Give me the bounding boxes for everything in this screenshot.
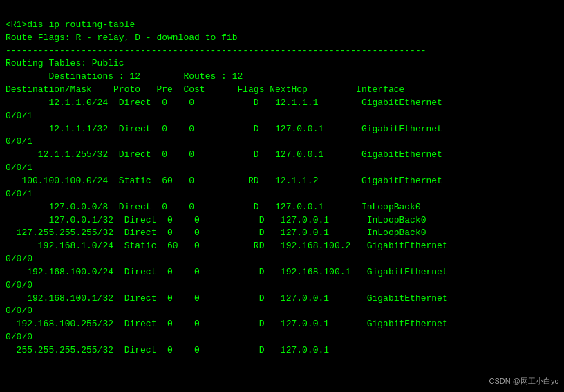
terminal-line: Route Flags: R - relay, D - download to … xyxy=(6,32,558,45)
terminal-line: 127.0.0.0/8 Direct 0 0 D 127.0.0.1 InLoo… xyxy=(6,201,558,214)
terminal-line: 127.0.0.1/32 Direct 0 0 D 127.0.0.1 InLo… xyxy=(6,214,558,227)
terminal-output: <R1>dis ip routing-tableRoute Flags: R -… xyxy=(6,6,558,357)
terminal-line: 0/0/0 xyxy=(6,331,558,344)
terminal-line: 0/0/1 xyxy=(6,188,558,201)
terminal-line: 0/0/0 xyxy=(6,253,558,266)
terminal-line: 255.255.255.255/32 Direct 0 0 D 127.0.0.… xyxy=(6,344,558,357)
terminal-line: 127.255.255.255/32 Direct 0 0 D 127.0.0.… xyxy=(6,227,558,240)
terminal-line: ----------------------------------------… xyxy=(6,45,558,58)
terminal-line: <R1>dis ip routing-table xyxy=(6,19,558,32)
terminal-line: Destinations : 12 Routes : 12 xyxy=(6,71,558,84)
terminal-line: 0/0/0 xyxy=(6,305,558,318)
terminal-line: 192.168.100.0/24 Direct 0 0 D 192.168.10… xyxy=(6,266,558,279)
terminal-line: 0/0/1 xyxy=(6,110,558,123)
terminal-line: 192.168.100.255/32 Direct 0 0 D 127.0.0.… xyxy=(6,318,558,331)
terminal-line: 100.100.100.0/24 Static 60 0 RD 12.1.1.2… xyxy=(6,175,558,188)
terminal-line: 12.1.1.1/32 Direct 0 0 D 127.0.0.1 Gigab… xyxy=(6,123,558,136)
terminal-line: 0/0/0 xyxy=(6,279,558,292)
watermark: CSDN @网工小白yc xyxy=(489,376,558,386)
terminal-line: 0/0/1 xyxy=(6,162,558,175)
terminal-line: 192.168.100.1/32 Direct 0 0 D 127.0.0.1 … xyxy=(6,292,558,306)
terminal-line: 0/0/1 xyxy=(6,136,558,149)
terminal-line: Routing Tables: Public xyxy=(6,57,558,71)
terminal-line: Destination/Mask Proto Pre Cost Flags Ne… xyxy=(6,84,558,97)
terminal-line: 12.1.1.255/32 Direct 0 0 D 127.0.0.1 Gig… xyxy=(6,149,558,162)
terminal-line: 12.1.1.0/24 Direct 0 0 D 12.1.1.1 Gigabi… xyxy=(6,97,558,110)
terminal-line: 192.168.1.0/24 Static 60 0 RD 192.168.10… xyxy=(6,240,558,253)
